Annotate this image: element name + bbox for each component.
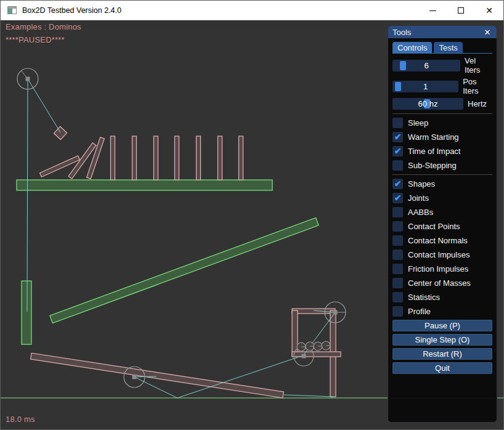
checkbox-label: Sleep (408, 118, 428, 128)
paused-label: ****PAUSED**** (6, 35, 65, 44)
tools-panel-title: Tools (392, 28, 482, 37)
slider-label: Hertz (468, 99, 487, 108)
separator-1 (392, 113, 492, 114)
checkbox-contact-normals[interactable]: ✔ (392, 235, 403, 246)
slider-label: Vel Iters (465, 56, 492, 75)
seesaw-plank (31, 353, 284, 398)
slider-label: Pos Iters (463, 77, 492, 95)
separator-2 (392, 174, 492, 175)
tools-panel-titlebar[interactable]: Tools ✕ (388, 26, 497, 38)
maximize-icon (458, 7, 464, 14)
standing-domino-3 (154, 136, 158, 180)
checkbox-label: Shapes (408, 179, 435, 189)
checkbox-label: Center of Masses (408, 278, 471, 288)
checkbox-sleep[interactable]: ✔ (392, 118, 403, 128)
checkbox-row-friction-impulses[interactable]: ✔Friction Impulses (392, 264, 492, 274)
checkbox-row-center-of-masses[interactable]: ✔Center of Masses (392, 278, 492, 288)
checkbox-joints[interactable]: ✔ (392, 193, 403, 203)
button-stack: Pause (P)Single Step (O)Restart (R)Quit (392, 320, 492, 374)
checkbox-label: Warm Starting (408, 132, 459, 142)
app-window: Examples : Dominos ****PAUSED**** 18.0 m… (0, 0, 504, 430)
minimize-button[interactable] (418, 1, 447, 20)
single-step-o-button[interactable]: Single Step (O) (392, 334, 492, 346)
checkbox-label: Time of Impact (408, 147, 460, 156)
app-icon (7, 6, 17, 14)
checkbox-profile[interactable]: ✔ (392, 306, 403, 317)
checkbox-aabbs[interactable]: ✔ (392, 207, 403, 217)
checkbox-row-warm-starting[interactable]: ✔Warm Starting (392, 132, 492, 142)
long-ramp (50, 217, 319, 323)
slider-vel-iters[interactable]: 6 (392, 60, 460, 71)
frame-low-wheel-anchor-marker (302, 354, 306, 359)
frame-top-bar (292, 309, 335, 314)
slider-row-vel-iters: 6Vel Iters (392, 56, 492, 75)
joint-line-8 (284, 395, 333, 397)
checkbox-row-profile[interactable]: ✔Profile (392, 306, 492, 317)
checkbox-row-statistics[interactable]: ✔Statistics (392, 292, 492, 302)
checkbox-row-sleep[interactable]: ✔Sleep (392, 118, 492, 128)
checkbox-label: Contact Normals (408, 236, 468, 245)
checkbox-row-time-of-impact[interactable]: ✔Time of Impact (392, 146, 492, 156)
seesaw-pivot-anchor-marker (132, 375, 137, 379)
example-label: Examples : Dominos (6, 22, 81, 31)
checkbox-row-aabbs[interactable]: ✔AABBs (392, 207, 492, 217)
checkbox-label: Statistics (408, 293, 440, 302)
slider-row-hertz: 60 hzHertz (392, 98, 492, 110)
joint-line-1 (27, 79, 28, 312)
standing-domino-1 (111, 136, 115, 180)
slider-rows: 6Vel Iters1Pos Iters60 hzHertz (392, 56, 492, 110)
slider-value: 1 (392, 81, 458, 92)
checkbox-contact-points[interactable]: ✔ (392, 221, 403, 232)
checkbox-row-sub-stepping[interactable]: ✔Sub-Stepping (392, 160, 492, 171)
maximize-button[interactable] (447, 1, 475, 20)
checkbox-label: Sub-Stepping (408, 161, 457, 170)
checkbox-row-joints[interactable]: ✔Joints (392, 193, 492, 203)
checkbox-label: Contact Points (408, 222, 460, 231)
window-title: Box2D Testbed Version 2.4.0 (22, 6, 121, 15)
pendulum-box (54, 126, 67, 139)
tab-tests[interactable]: Tests (434, 42, 462, 53)
pause-p-button[interactable]: Pause (P) (392, 320, 492, 331)
standing-domino-7 (239, 136, 243, 180)
checkbox-group-1: ✔Shapes✔Joints✔AABBs✔Contact Points✔Cont… (392, 179, 492, 317)
frame-top-wheel-anchor-marker (333, 310, 338, 315)
close-icon: ✕ (486, 6, 493, 15)
restart-r-button[interactable]: Restart (R) (392, 348, 492, 360)
tools-panel: Tools ✕ ControlsTests 6Vel Iters1Pos Ite… (388, 25, 497, 423)
domino-platform (17, 180, 272, 190)
checkbox-center-of-masses[interactable]: ✔ (392, 278, 403, 288)
checkbox-row-contact-impulses[interactable]: ✔Contact Impulses (392, 249, 492, 260)
close-button[interactable]: ✕ (475, 1, 503, 20)
tabbar: ControlsTests (392, 42, 492, 54)
minimize-icon (429, 10, 436, 11)
standing-domino-4 (175, 136, 179, 180)
checkbox-label: Profile (408, 307, 431, 316)
joint-line-2 (28, 79, 60, 132)
checkbox-group-0: ✔Sleep✔Warm Starting✔Time of Impact✔Sub-… (392, 118, 492, 171)
standing-domino-2 (132, 136, 137, 180)
slider-hertz[interactable]: 60 hz (392, 98, 463, 110)
tab-controls[interactable]: Controls (392, 42, 432, 53)
checkbox-row-contact-normals[interactable]: ✔Contact Normals (392, 235, 492, 246)
checkbox-row-shapes[interactable]: ✔Shapes (392, 179, 492, 189)
quit-button[interactable]: Quit (392, 362, 492, 374)
checkbox-warm-starting[interactable]: ✔ (392, 132, 403, 142)
checkbox-shapes[interactable]: ✔ (392, 179, 403, 189)
checkbox-label: Friction Impulses (408, 264, 468, 274)
titlebar: Box2D Testbed Version 2.4.0 ✕ (1, 1, 503, 20)
frame-time-label: 18.0 ms (6, 415, 35, 424)
slider-pos-iters[interactable]: 1 (392, 81, 458, 92)
checkbox-sub-stepping[interactable]: ✔ (392, 160, 403, 171)
checkbox-label: Joints (408, 193, 429, 203)
checkbox-time-of-impact[interactable]: ✔ (392, 146, 403, 156)
slider-value: 60 hz (392, 98, 463, 110)
checkbox-row-contact-points[interactable]: ✔Contact Points (392, 221, 492, 232)
standing-domino-5 (197, 136, 201, 180)
checkbox-contact-impulses[interactable]: ✔ (392, 249, 403, 260)
panel-close-icon[interactable]: ✕ (482, 27, 492, 37)
fallen-domino-3 (87, 137, 105, 179)
checkbox-statistics[interactable]: ✔ (392, 292, 403, 302)
vertical-post (22, 281, 31, 344)
checkbox-friction-impulses[interactable]: ✔ (392, 264, 403, 274)
pendulum-wheel-anchor-marker (26, 77, 30, 81)
